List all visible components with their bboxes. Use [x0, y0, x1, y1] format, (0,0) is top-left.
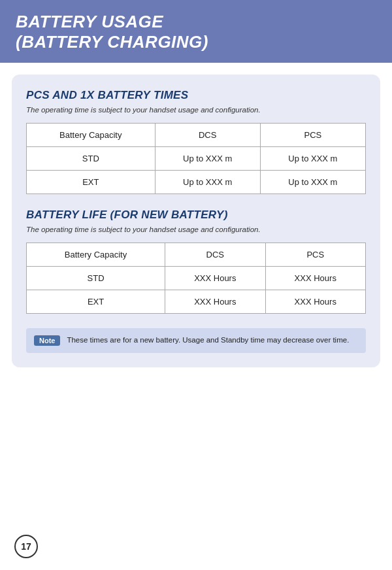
- table-cell: DCS: [155, 124, 260, 147]
- note-label: Note: [34, 335, 60, 346]
- table-cell: Up to XXX m: [155, 171, 260, 194]
- table-cell: XXX Hours: [165, 290, 265, 314]
- page-header: BATTERY USAGE (BATTERY CHARGING): [0, 0, 392, 63]
- section1-title: PCS AND 1X BATTERY TIMES: [26, 89, 366, 102]
- battery-life-table: Battery Capacity DCS PCS STD XXX Hours X…: [26, 243, 366, 314]
- table-cell: EXT: [27, 171, 155, 194]
- content-card: PCS AND 1X BATTERY TIMES The operating t…: [12, 75, 380, 367]
- table-cell: Up to XXX m: [260, 171, 365, 194]
- table-cell: Battery Capacity: [27, 124, 155, 147]
- table-row: Battery Capacity DCS PCS: [27, 243, 366, 267]
- page-title: BATTERY USAGE (BATTERY CHARGING): [16, 12, 376, 52]
- table-cell: PCS: [265, 243, 365, 267]
- table-cell: STD: [27, 147, 155, 171]
- table-cell: PCS: [260, 124, 365, 147]
- note-box: Note These times are for a new battery. …: [26, 328, 366, 352]
- table-cell: DCS: [165, 243, 265, 267]
- section2-title: BATTERY LIFE (FOR NEW BATTERY): [26, 209, 366, 222]
- table-cell: XXX Hours: [265, 290, 365, 314]
- table-row: STD XXX Hours XXX Hours: [27, 267, 366, 290]
- section1-subtitle: The operating time is subject to your ha…: [26, 106, 366, 114]
- table-cell: XXX Hours: [165, 267, 265, 290]
- section-battery-life: BATTERY LIFE (FOR NEW BATTERY) The opera…: [26, 209, 366, 314]
- table-row: Battery Capacity DCS PCS: [27, 124, 366, 147]
- table-cell: Battery Capacity: [27, 243, 165, 267]
- table-cell: XXX Hours: [265, 267, 365, 290]
- table-cell: EXT: [27, 290, 165, 314]
- section2-subtitle: The operating time is subject to your ha…: [26, 226, 366, 233]
- table-cell: Up to XXX m: [260, 147, 365, 171]
- table-row: EXT Up to XXX m Up to XXX m: [27, 171, 366, 194]
- table-cell: STD: [27, 267, 165, 290]
- section-pcs-battery: PCS AND 1X BATTERY TIMES The operating t…: [26, 89, 366, 194]
- note-text: These times are for a new battery. Usage…: [67, 335, 349, 346]
- page-number: 17: [14, 535, 38, 558]
- table-row: STD Up to XXX m Up to XXX m: [27, 147, 366, 171]
- pcs-battery-table: Battery Capacity DCS PCS STD Up to XXX m…: [26, 123, 366, 194]
- table-row: EXT XXX Hours XXX Hours: [27, 290, 366, 314]
- table-cell: Up to XXX m: [155, 147, 260, 171]
